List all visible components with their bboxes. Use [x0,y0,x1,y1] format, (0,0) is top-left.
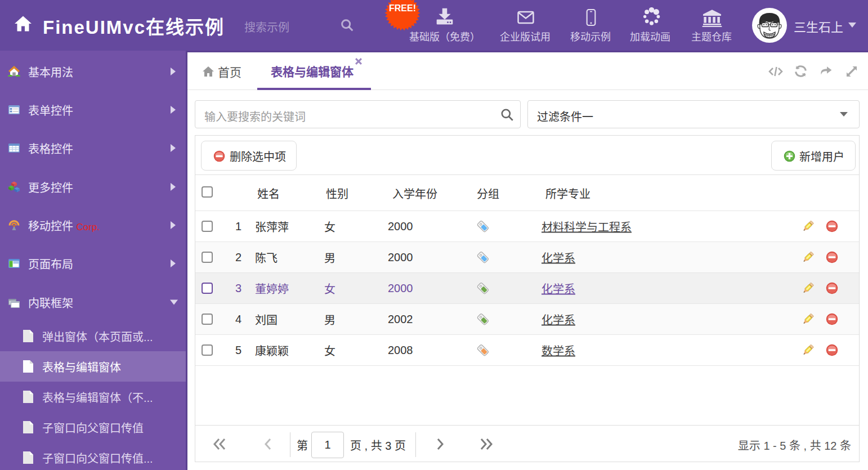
svg-text:FREE!: FREE! [389,3,416,13]
